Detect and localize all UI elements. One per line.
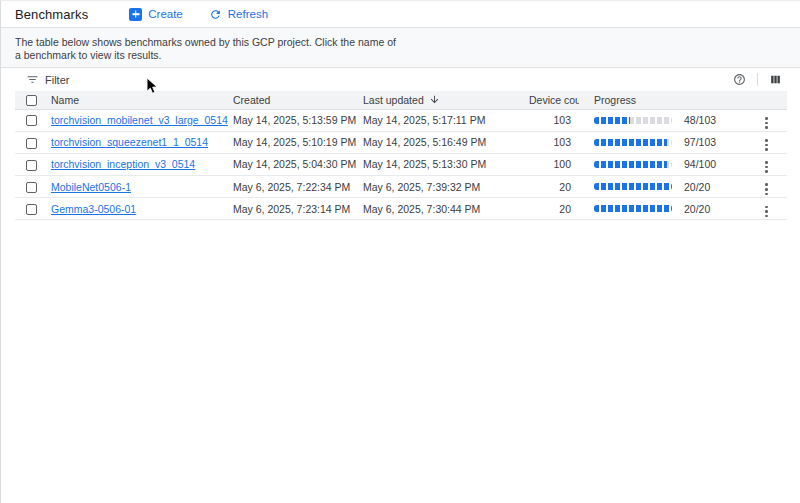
- page-header: Benchmarks Create Refresh: [1, 1, 800, 28]
- row-checkbox[interactable]: [26, 115, 37, 126]
- benchmark-name-link[interactable]: Gemma3-0506-01: [51, 203, 136, 215]
- progress-bar: [594, 205, 672, 212]
- filter-lines-icon: [26, 73, 39, 86]
- help-button[interactable]: [731, 73, 748, 86]
- progress-label: 48/103: [684, 114, 716, 126]
- updated-cell: May 14, 2025, 5:17:11 PM: [363, 109, 529, 131]
- benchmark-name-link[interactable]: torchvision_squeezenet1_1_0514: [51, 136, 208, 148]
- updated-cell: May 14, 2025, 5:13:30 PM: [363, 153, 529, 175]
- created-cell: May 14, 2025, 5:13:59 PM: [233, 109, 363, 131]
- question-circle-icon: [733, 73, 746, 86]
- description-line-1: The table below shows benchmarks owned b…: [15, 36, 786, 49]
- column-display-button[interactable]: [767, 73, 784, 86]
- refresh-arrow-icon: [209, 8, 222, 21]
- table-row: Gemma3-0506-01 May 6, 2025, 7:23:14 PM M…: [15, 198, 787, 220]
- filter-button[interactable]: Filter: [26, 73, 69, 86]
- column-display-icon: [769, 73, 782, 86]
- create-button[interactable]: Create: [125, 6, 187, 23]
- device-count-cell: 103: [529, 109, 579, 131]
- filter-label: Filter: [45, 74, 69, 86]
- updated-cell: May 14, 2025, 5:16:49 PM: [363, 131, 529, 153]
- benchmarks-page: Benchmarks Create Refresh The table belo…: [0, 0, 800, 503]
- benchmark-name-link[interactable]: torchvision_inception_v3_0514: [51, 158, 195, 170]
- updated-cell: May 6, 2025, 7:30:44 PM: [363, 198, 529, 220]
- page-title: Benchmarks: [15, 7, 88, 22]
- device-count-cell: 20: [529, 176, 579, 198]
- col-header-last-updated[interactable]: Last updated: [363, 91, 529, 109]
- benchmark-name-link[interactable]: torchvision_mobilenet_v3_large_0514: [51, 114, 228, 126]
- last-updated-label: Last updated: [363, 94, 424, 106]
- filter-row: Filter: [1, 68, 800, 91]
- progress-label: 97/103: [684, 136, 716, 148]
- description-line-2: a benchmark to view its results.: [15, 49, 786, 62]
- created-cell: May 14, 2025, 5:10:19 PM: [233, 131, 363, 153]
- progress-label: 94/100: [684, 158, 716, 170]
- progress-bar: [594, 117, 672, 124]
- row-menu-kebab-icon[interactable]: [761, 181, 772, 197]
- table-row: torchvision_squeezenet1_1_0514 May 14, 2…: [15, 131, 787, 153]
- row-checkbox[interactable]: [26, 138, 37, 149]
- col-header-device-count[interactable]: Device count: [529, 91, 579, 109]
- plus-box-icon: [129, 8, 142, 21]
- benchmarks-table: Name Created Last updated Device count P…: [15, 91, 787, 220]
- device-count-cell: 100: [529, 153, 579, 175]
- table-row: MobileNet0506-1 May 6, 2025, 7:22:34 PM …: [15, 176, 787, 198]
- created-cell: May 14, 2025, 5:04:30 PM: [233, 153, 363, 175]
- device-count-cell: 20: [529, 198, 579, 220]
- created-cell: May 6, 2025, 7:23:14 PM: [233, 198, 363, 220]
- select-all-checkbox[interactable]: [26, 95, 37, 106]
- toolbar: Create Refresh: [125, 6, 272, 23]
- refresh-button-label: Refresh: [228, 8, 268, 20]
- arrow-down-icon[interactable]: [429, 94, 440, 105]
- progress-bar: [594, 183, 672, 190]
- row-checkbox[interactable]: [26, 182, 37, 193]
- table-row: torchvision_inception_v3_0514 May 14, 20…: [15, 153, 787, 175]
- progress-label: 20/20: [684, 181, 710, 193]
- col-header-actions: [746, 91, 787, 109]
- row-checkbox[interactable]: [26, 160, 37, 171]
- progress-label: 20/20: [684, 203, 710, 215]
- col-header-progress[interactable]: Progress: [579, 91, 746, 109]
- table-row: torchvision_mobilenet_v3_large_0514 May …: [15, 109, 787, 131]
- row-menu-kebab-icon[interactable]: [761, 204, 772, 220]
- col-header-name[interactable]: Name: [51, 91, 233, 109]
- col-header-created[interactable]: Created: [233, 91, 363, 109]
- create-button-label: Create: [148, 8, 183, 20]
- row-checkbox[interactable]: [26, 204, 37, 215]
- description-band: The table below shows benchmarks owned b…: [1, 28, 800, 68]
- progress-bar: [594, 139, 672, 146]
- row-menu-kebab-icon[interactable]: [761, 115, 772, 131]
- created-cell: May 6, 2025, 7:22:34 PM: [233, 176, 363, 198]
- refresh-button[interactable]: Refresh: [205, 6, 272, 23]
- device-count-cell: 103: [529, 131, 579, 153]
- row-menu-kebab-icon[interactable]: [761, 137, 772, 153]
- updated-cell: May 6, 2025, 7:39:32 PM: [363, 176, 529, 198]
- filter-row-actions: [731, 73, 784, 86]
- row-menu-kebab-icon[interactable]: [761, 159, 772, 175]
- table-header-row: Name Created Last updated Device count P…: [15, 91, 787, 109]
- benchmark-name-link[interactable]: MobileNet0506-1: [51, 181, 131, 193]
- progress-bar: [594, 161, 672, 168]
- toolbar-divider: [757, 73, 758, 86]
